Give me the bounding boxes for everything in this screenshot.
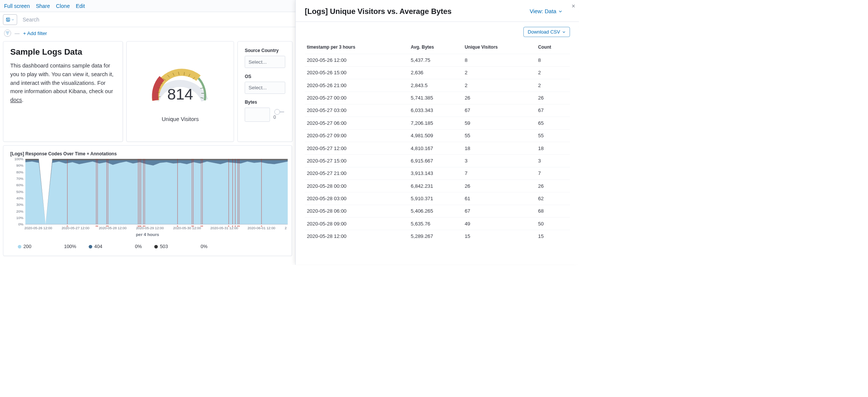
- col-header[interactable]: timestamp per 3 hours: [305, 42, 409, 54]
- table-row[interactable]: 2020-05-28 09:005,635.764950: [305, 218, 570, 230]
- svg-text:*: *: [228, 224, 229, 228]
- intro-panel: Sample Logs Data This dashboard contains…: [3, 41, 123, 142]
- y-tick: 10%: [11, 216, 23, 220]
- table-row[interactable]: 2020-05-27 03:006,033.3436767: [305, 104, 570, 116]
- gauge-panel: 814 Unique Visitors: [127, 41, 234, 142]
- table-row[interactable]: 2020-05-26 12:005,437.7588: [305, 54, 570, 66]
- table-row[interactable]: 2020-05-26 21:002,843.522: [305, 79, 570, 92]
- chart-title: [Logs] Response Codes Over Time + Annota…: [10, 151, 284, 156]
- clone-link[interactable]: Clone: [56, 3, 70, 9]
- full-screen-link[interactable]: Full screen: [4, 3, 30, 9]
- slider-min-label: 0: [274, 115, 285, 120]
- table-row[interactable]: 2020-05-28 12:005,289.2671515: [305, 230, 570, 242]
- intro-title: Sample Logs Data: [10, 47, 116, 57]
- y-tick: 60%: [11, 183, 23, 187]
- y-tick: 0%: [11, 222, 23, 227]
- chart-legend: 200100% 4040% 5030%: [18, 244, 284, 250]
- slider-thumb[interactable]: [274, 109, 280, 115]
- svg-text:*: *: [202, 224, 203, 228]
- controls-panel: Source Country Select... OS Select... By…: [237, 41, 292, 142]
- col-header[interactable]: Unique Visitors: [463, 42, 536, 54]
- close-icon: [572, 4, 576, 8]
- add-filter-button[interactable]: + Add filter: [23, 30, 47, 36]
- table-row[interactable]: 2020-05-27 21:003,913.14377: [305, 167, 570, 179]
- svg-text:*: *: [232, 224, 234, 228]
- svg-text:*: *: [238, 224, 240, 228]
- table-row[interactable]: 2020-05-27 12:004,810.1671818: [305, 142, 570, 155]
- close-flyout-button[interactable]: [572, 3, 576, 9]
- svg-rect-1: [7, 20, 9, 21]
- dashboard-grid: Sample Logs Data This dashboard contains…: [0, 39, 295, 258]
- source-country-select[interactable]: Select...: [245, 56, 285, 68]
- response-codes-panel: [Logs] Response Codes Over Time + Annota…: [3, 146, 292, 256]
- svg-text:*: *: [144, 224, 145, 228]
- table-row[interactable]: 2020-05-26 15:002,63622: [305, 66, 570, 79]
- y-tick: 90%: [11, 164, 23, 168]
- svg-text:*: *: [107, 224, 109, 228]
- chevron-down-icon: [11, 18, 14, 21]
- y-tick: 70%: [11, 176, 23, 181]
- svg-text:*: *: [261, 224, 262, 228]
- bytes-min-input[interactable]: [245, 107, 270, 121]
- table-row[interactable]: 2020-05-27 09:004,981.5095555: [305, 129, 570, 142]
- x-tick: 2020-05-27 12:00: [61, 226, 89, 230]
- bytes-label: Bytes: [245, 100, 285, 105]
- table-row[interactable]: 2020-05-28 06:005,406.2656768: [305, 205, 570, 217]
- bytes-slider[interactable]: [274, 112, 284, 112]
- os-select[interactable]: Select...: [245, 82, 285, 94]
- chart-xlabel: per 4 hours: [10, 232, 284, 237]
- share-link[interactable]: Share: [36, 3, 50, 9]
- filter-icon: [6, 31, 10, 35]
- table-row[interactable]: 2020-05-28 03:005,910.3716162: [305, 192, 570, 205]
- chevron-down-icon: [562, 30, 565, 34]
- table-row[interactable]: 2020-05-27 06:007,206.1855965: [305, 117, 570, 129]
- table-row[interactable]: 2020-05-28 00:006,842.2312626: [305, 180, 570, 192]
- svg-text:*: *: [140, 224, 142, 228]
- y-tick: 50%: [11, 190, 23, 194]
- svg-text:*: *: [235, 224, 236, 228]
- col-header[interactable]: Count: [536, 42, 570, 54]
- y-tick: 80%: [11, 170, 23, 174]
- table-row[interactable]: 2020-05-27 15:006,915.66733: [305, 155, 570, 167]
- os-label: OS: [245, 74, 285, 79]
- y-tick: 100%: [11, 157, 23, 161]
- col-header[interactable]: Avg. Bytes: [409, 42, 463, 54]
- docs-link[interactable]: docs: [10, 97, 22, 103]
- source-country-label: Source Country: [245, 48, 285, 53]
- x-tick: 2020-05-26 12:00: [24, 226, 52, 230]
- gauge-chart: 814: [145, 61, 215, 109]
- svg-text:*: *: [67, 224, 68, 228]
- data-flyout: [Logs] Unique Visitors vs. Average Bytes…: [295, 0, 579, 265]
- saved-query-button[interactable]: [3, 14, 17, 25]
- data-table: timestamp per 3 hoursAvg. BytesUnique Vi…: [305, 42, 570, 242]
- svg-text:*: *: [177, 224, 178, 228]
- x-tick: 2020-05-31 12:00: [210, 226, 238, 230]
- y-tick: 30%: [11, 203, 23, 207]
- chevron-down-icon: [558, 9, 562, 14]
- svg-text:814: 814: [167, 86, 193, 103]
- table-row[interactable]: 2020-05-27 00:005,741.3852626: [305, 92, 570, 104]
- svg-text:*: *: [97, 224, 98, 228]
- svg-text:*: *: [193, 224, 194, 228]
- save-disk-icon: [6, 17, 10, 22]
- y-tick: 40%: [11, 196, 23, 200]
- area-chart: 0%10%20%30%40%50%60%70%80%90%100% ******…: [11, 159, 288, 224]
- gauge-label: Unique Visitors: [162, 116, 199, 122]
- x-tick: 2020-05-28 12:00: [99, 226, 127, 230]
- flyout-title: [Logs] Unique Visitors vs. Average Bytes: [305, 7, 452, 16]
- edit-link[interactable]: Edit: [76, 3, 85, 9]
- legend-503[interactable]: 5030%: [154, 244, 208, 250]
- intro-body: This dashboard contains sample data for …: [10, 61, 116, 104]
- x-tick: 2: [285, 226, 287, 230]
- filter-separator: —: [15, 30, 20, 36]
- legend-404[interactable]: 4040%: [89, 244, 142, 250]
- view-toggle[interactable]: View: Data: [530, 8, 562, 14]
- legend-200[interactable]: 200100%: [18, 244, 76, 250]
- filter-menu-button[interactable]: [4, 30, 11, 37]
- y-tick: 20%: [11, 209, 23, 213]
- download-csv-button[interactable]: Download CSV: [523, 27, 570, 37]
